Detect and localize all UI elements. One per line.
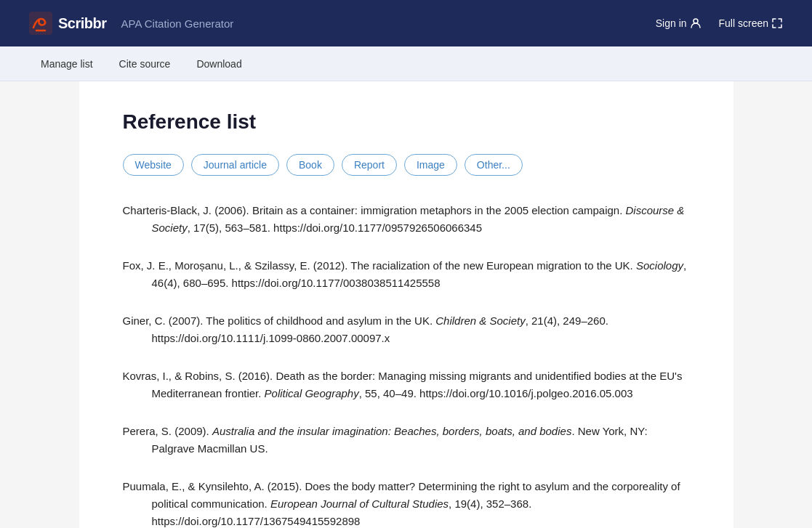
manage-list-button[interactable]: Manage list — [29, 51, 105, 77]
source-type-btn-journal-article[interactable]: Journal article — [191, 154, 279, 176]
logo-area: Scribbr — [29, 12, 107, 35]
sign-in-link[interactable]: Sign in — [656, 17, 702, 29]
reference-item: Fox, J. E., Moroșanu, L., & Szilassy, E.… — [123, 257, 690, 292]
references-list: Charteris-Black, J. (2006). Britain as a… — [123, 202, 690, 528]
reference-item: Perera, S. (2009). Australia and the ins… — [123, 423, 690, 458]
reference-text: Charteris-Black, J. (2006). Britain as a… — [123, 204, 626, 216]
header-subtitle: APA Citation Generator — [121, 17, 234, 30]
fullscreen-icon — [771, 17, 783, 29]
svg-point-1 — [694, 19, 698, 23]
reference-text: Fox, J. E., Moroșanu, L., & Szilassy, E.… — [123, 259, 636, 272]
logo-text: Scribbr — [58, 15, 107, 32]
source-type-btn-other---[interactable]: Other... — [465, 154, 523, 176]
full-screen-link[interactable]: Full screen — [719, 17, 783, 29]
reference-item: Giner, C. (2007). The politics of childh… — [123, 312, 690, 347]
reference-item: Kovras, I., & Robins, S. (2016). Death a… — [123, 367, 690, 402]
reference-italic: Australia and the insular imagination: B… — [212, 425, 571, 437]
reference-italic: Sociology — [636, 259, 683, 272]
reference-item: Charteris-Black, J. (2006). Britain as a… — [123, 202, 690, 237]
cite-source-button[interactable]: Cite source — [108, 51, 182, 77]
full-screen-label: Full screen — [719, 17, 768, 29]
source-type-btn-report[interactable]: Report — [342, 154, 397, 176]
page-title: Reference list — [123, 110, 690, 134]
sign-in-label: Sign in — [656, 17, 687, 29]
header: Scribbr APA Citation Generator Sign in F… — [0, 0, 812, 46]
reference-italic: Children & Society — [435, 314, 525, 327]
header-right: Sign in Full screen — [656, 17, 783, 29]
reference-text: Giner, C. (2007). The politics of childh… — [123, 314, 436, 327]
reference-post-text: , 55, 40–49. https://doi.org/10.1016/j.p… — [359, 387, 633, 399]
header-left: Scribbr APA Citation Generator — [29, 12, 233, 35]
toolbar: Manage list Cite source Download — [0, 46, 812, 81]
source-type-btn-image[interactable]: Image — [404, 154, 457, 176]
source-type-btn-website[interactable]: Website — [123, 154, 184, 176]
reference-item: Puumala, E., & Kynsilehto, A. (2015). Do… — [123, 478, 690, 528]
reference-post-text: , 17(5), 563–581. https://doi.org/10.117… — [188, 222, 482, 234]
source-type-btn-book[interactable]: Book — [286, 154, 334, 176]
person-icon — [690, 17, 702, 29]
reference-italic: European Journal of Cultural Studies — [270, 497, 449, 510]
reference-text: Perera, S. (2009). — [123, 425, 212, 437]
main-content: Reference list WebsiteJournal articleBoo… — [79, 81, 733, 528]
reference-italic: Political Geography — [265, 387, 359, 399]
scribbr-logo-icon — [29, 12, 52, 35]
download-button[interactable]: Download — [185, 51, 253, 77]
source-type-buttons: WebsiteJournal articleBookReportImageOth… — [123, 154, 690, 176]
